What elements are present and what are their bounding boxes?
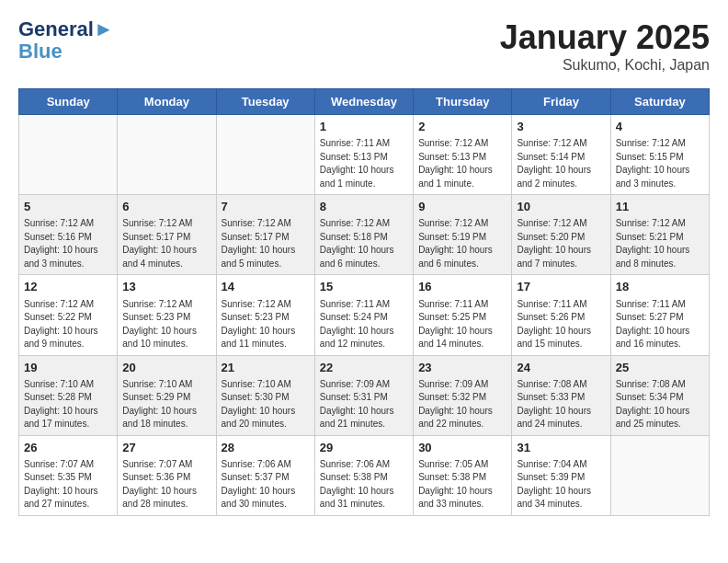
day-number: 8 [320,199,408,215]
day-number: 18 [616,279,704,295]
calendar-table: SundayMondayTuesdayWednesdayThursdayFrid… [18,88,710,516]
day-number: 28 [222,440,310,456]
day-number: 15 [320,279,408,295]
weekday-header-tuesday: Tuesday [216,89,314,115]
day-info: Sunrise: 7:04 AM Sunset: 5:39 PM Dayligh… [517,458,605,511]
day-info: Sunrise: 7:11 AM Sunset: 5:13 PM Dayligh… [320,137,408,190]
title-block: January 2025 Sukumo, Kochi, Japan [500,18,710,74]
day-info: Sunrise: 7:09 AM Sunset: 5:31 PM Dayligh… [320,378,408,431]
logo-general: General [18,17,94,40]
calendar-cell: 13Sunrise: 7:12 AM Sunset: 5:23 PM Dayli… [118,275,216,355]
day-info: Sunrise: 7:06 AM Sunset: 5:37 PM Dayligh… [222,458,310,511]
week-row-2: 5Sunrise: 7:12 AM Sunset: 5:16 PM Daylig… [19,195,710,275]
day-number: 25 [616,360,704,376]
day-info: Sunrise: 7:12 AM Sunset: 5:18 PM Dayligh… [320,217,408,270]
day-info: Sunrise: 7:12 AM Sunset: 5:13 PM Dayligh… [418,137,506,190]
calendar-cell: 15Sunrise: 7:11 AM Sunset: 5:24 PM Dayli… [314,275,413,355]
day-number: 14 [222,279,310,295]
day-info: Sunrise: 7:12 AM Sunset: 5:14 PM Dayligh… [517,137,605,190]
calendar-cell: 21Sunrise: 7:10 AM Sunset: 5:30 PM Dayli… [216,355,314,435]
day-number: 20 [122,360,210,376]
calendar-cell [19,115,118,195]
calendar-cell: 22Sunrise: 7:09 AM Sunset: 5:31 PM Dayli… [314,355,413,435]
calendar-cell: 20Sunrise: 7:10 AM Sunset: 5:29 PM Dayli… [118,355,216,435]
weekday-header-thursday: Thursday [414,89,512,115]
calendar-cell: 27Sunrise: 7:07 AM Sunset: 5:36 PM Dayli… [118,435,216,515]
calendar-cell: 11Sunrise: 7:12 AM Sunset: 5:21 PM Dayli… [610,195,709,275]
day-number: 16 [418,279,506,295]
day-number: 22 [320,360,408,376]
calendar-cell: 28Sunrise: 7:06 AM Sunset: 5:37 PM Dayli… [216,435,314,515]
calendar-cell: 17Sunrise: 7:11 AM Sunset: 5:26 PM Dayli… [512,275,610,355]
day-number: 5 [24,199,112,215]
day-number: 7 [222,199,310,215]
day-info: Sunrise: 7:08 AM Sunset: 5:33 PM Dayligh… [517,378,605,431]
day-info: Sunrise: 7:07 AM Sunset: 5:36 PM Dayligh… [122,458,210,511]
day-number: 1 [320,119,408,135]
calendar-cell: 10Sunrise: 7:12 AM Sunset: 5:20 PM Dayli… [512,195,610,275]
weekday-header-row: SundayMondayTuesdayWednesdayThursdayFrid… [19,89,710,115]
week-row-1: 1Sunrise: 7:11 AM Sunset: 5:13 PM Daylig… [19,115,710,195]
day-info: Sunrise: 7:12 AM Sunset: 5:15 PM Dayligh… [616,137,704,190]
day-info: Sunrise: 7:10 AM Sunset: 5:30 PM Dayligh… [222,378,310,431]
day-info: Sunrise: 7:12 AM Sunset: 5:17 PM Dayligh… [122,217,210,270]
day-number: 19 [24,360,112,376]
day-number: 12 [24,279,112,295]
day-number: 6 [122,199,210,215]
calendar-cell: 25Sunrise: 7:08 AM Sunset: 5:34 PM Dayli… [610,355,709,435]
calendar-cell [610,435,709,515]
calendar-cell: 23Sunrise: 7:09 AM Sunset: 5:32 PM Dayli… [414,355,512,435]
day-number: 21 [222,360,310,376]
day-number: 26 [24,440,112,456]
day-info: Sunrise: 7:10 AM Sunset: 5:28 PM Dayligh… [24,378,112,431]
calendar-subtitle: Sukumo, Kochi, Japan [500,57,710,74]
calendar-cell [216,115,314,195]
week-row-4: 19Sunrise: 7:10 AM Sunset: 5:28 PM Dayli… [19,355,710,435]
calendar-cell: 30Sunrise: 7:05 AM Sunset: 5:38 PM Dayli… [414,435,512,515]
week-row-5: 26Sunrise: 7:07 AM Sunset: 5:35 PM Dayli… [19,435,710,515]
day-number: 24 [517,360,605,376]
calendar-title: January 2025 [500,18,710,57]
calendar-cell: 16Sunrise: 7:11 AM Sunset: 5:25 PM Dayli… [414,275,512,355]
day-info: Sunrise: 7:08 AM Sunset: 5:34 PM Dayligh… [616,378,704,431]
day-number: 23 [418,360,506,376]
weekday-header-friday: Friday [512,89,610,115]
day-info: Sunrise: 7:06 AM Sunset: 5:38 PM Dayligh… [320,458,408,511]
day-info: Sunrise: 7:12 AM Sunset: 5:19 PM Dayligh… [418,217,506,270]
day-number: 2 [418,119,506,135]
day-number: 3 [517,119,605,135]
weekday-header-saturday: Saturday [610,89,709,115]
calendar-cell: 7Sunrise: 7:12 AM Sunset: 5:17 PM Daylig… [216,195,314,275]
day-info: Sunrise: 7:12 AM Sunset: 5:20 PM Dayligh… [517,217,605,270]
day-number: 9 [418,199,506,215]
day-number: 17 [517,279,605,295]
day-info: Sunrise: 7:12 AM Sunset: 5:22 PM Dayligh… [24,298,112,351]
day-info: Sunrise: 7:10 AM Sunset: 5:29 PM Dayligh… [122,378,210,431]
calendar-cell: 29Sunrise: 7:06 AM Sunset: 5:38 PM Dayli… [314,435,413,515]
day-number: 11 [616,199,704,215]
calendar-cell: 18Sunrise: 7:11 AM Sunset: 5:27 PM Dayli… [610,275,709,355]
day-info: Sunrise: 7:05 AM Sunset: 5:38 PM Dayligh… [418,458,506,511]
calendar-cell: 4Sunrise: 7:12 AM Sunset: 5:15 PM Daylig… [610,115,709,195]
calendar-cell: 31Sunrise: 7:04 AM Sunset: 5:39 PM Dayli… [512,435,610,515]
calendar-cell: 3Sunrise: 7:12 AM Sunset: 5:14 PM Daylig… [512,115,610,195]
day-number: 29 [320,440,408,456]
calendar-cell: 1Sunrise: 7:11 AM Sunset: 5:13 PM Daylig… [314,115,413,195]
page-header: General► Blue January 2025 Sukumo, Kochi… [18,18,710,74]
day-info: Sunrise: 7:11 AM Sunset: 5:25 PM Dayligh… [418,298,506,351]
day-number: 31 [517,440,605,456]
calendar-cell: 8Sunrise: 7:12 AM Sunset: 5:18 PM Daylig… [314,195,413,275]
calendar-cell: 9Sunrise: 7:12 AM Sunset: 5:19 PM Daylig… [414,195,512,275]
day-number: 13 [122,279,210,295]
calendar-cell: 2Sunrise: 7:12 AM Sunset: 5:13 PM Daylig… [414,115,512,195]
day-number: 4 [616,119,704,135]
day-number: 10 [517,199,605,215]
logo: General► Blue [18,18,114,63]
day-info: Sunrise: 7:09 AM Sunset: 5:32 PM Dayligh… [418,378,506,431]
calendar-cell: 5Sunrise: 7:12 AM Sunset: 5:16 PM Daylig… [19,195,118,275]
day-info: Sunrise: 7:11 AM Sunset: 5:24 PM Dayligh… [320,298,408,351]
day-info: Sunrise: 7:07 AM Sunset: 5:35 PM Dayligh… [24,458,112,511]
day-number: 30 [418,440,506,456]
weekday-header-wednesday: Wednesday [314,89,413,115]
calendar-cell: 6Sunrise: 7:12 AM Sunset: 5:17 PM Daylig… [118,195,216,275]
